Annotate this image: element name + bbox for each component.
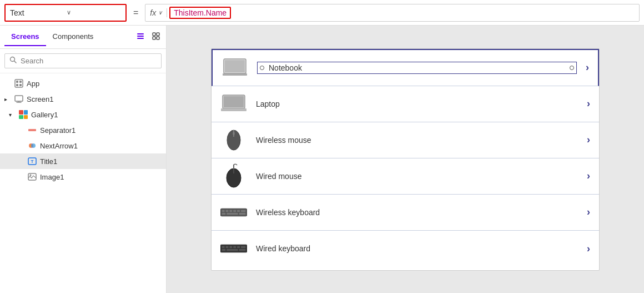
tree-item-app[interactable]: App (0, 76, 166, 91)
svg-rect-55 (239, 249, 245, 251)
svg-rect-4 (157, 33, 159, 36)
svg-rect-1 (137, 36, 144, 37)
svg-rect-12 (16, 84, 18, 86)
tree-item-screen1[interactable]: ▸ Screen1 (0, 91, 166, 107)
canvas-area: Notebook › Laptop › (167, 26, 644, 293)
svg-rect-29 (221, 108, 246, 111)
gallery-item-notebook[interactable]: Notebook › (212, 49, 599, 86)
text-handle-right (570, 66, 574, 70)
svg-line-8 (14, 61, 17, 63)
wired-mouse-chevron[interactable]: › (587, 170, 590, 182)
left-panel: Screens Components (0, 26, 167, 293)
title1-icon: T (27, 156, 38, 167)
tree-item-title1[interactable]: T Title1 (0, 153, 166, 169)
svg-rect-5 (153, 37, 155, 39)
laptop-chevron[interactable]: › (587, 98, 590, 110)
wired-keyboard-image (220, 237, 247, 260)
tree-area: App ▸ Screen1 ▾ (0, 73, 166, 293)
svg-rect-44 (227, 212, 238, 214)
svg-rect-28 (224, 96, 244, 107)
svg-point-19 (31, 143, 36, 148)
svg-text:T: T (31, 159, 34, 164)
tab-components[interactable]: Components (46, 28, 100, 46)
screen1-label: Screen1 (27, 95, 53, 103)
wireless-mouse-chevron[interactable]: › (587, 134, 590, 146)
svg-rect-52 (241, 246, 246, 248)
svg-rect-26 (223, 73, 247, 76)
svg-rect-37 (222, 210, 225, 211)
screen1-icon (13, 93, 24, 105)
notebook-name-selected: Notebook (257, 62, 577, 74)
svg-rect-43 (222, 212, 226, 214)
notebook-name-wrapper: Notebook (257, 62, 577, 74)
gallery-container: Notebook › Laptop › (211, 48, 600, 271)
fx-label: fx ∨ (150, 8, 167, 17)
gallery-item-wired-keyboard[interactable]: Wired keyboard › (212, 231, 599, 267)
title1-label: Title1 (40, 157, 57, 166)
gallery1-icon (18, 109, 29, 120)
gallery-item-laptop[interactable]: Laptop › (212, 86, 599, 122)
svg-rect-49 (229, 246, 232, 248)
tab-icons (135, 31, 162, 44)
svg-rect-50 (233, 246, 236, 248)
svg-point-32 (233, 132, 235, 135)
wired-keyboard-name: Wired keyboard (256, 244, 578, 253)
separator1-icon (27, 125, 38, 136)
screen1-chevron: ▸ (4, 96, 11, 102)
svg-rect-3 (153, 33, 155, 36)
notebook-name-text: Notebook (269, 63, 565, 72)
nextarrow1-label: NextArrow1 (40, 142, 78, 150)
formula-display[interactable]: ThisItem.Name (169, 7, 231, 19)
search-icon (9, 56, 17, 66)
search-input[interactable] (21, 57, 157, 65)
top-bar: Text ∨ = fx ∨ ThisItem.Name (0, 0, 644, 26)
svg-rect-36 (220, 208, 247, 216)
wired-mouse-image (220, 165, 247, 187)
svg-rect-0 (137, 33, 144, 34)
svg-rect-51 (237, 246, 240, 248)
svg-rect-45 (239, 212, 245, 214)
property-label: Text (10, 8, 64, 17)
wireless-mouse-image (220, 129, 247, 151)
image1-icon (27, 171, 38, 182)
gallery-item-wired-mouse[interactable]: Wired mouse › (212, 158, 599, 195)
property-selector[interactable]: Text ∨ (4, 4, 127, 22)
text-selection-box: Notebook (257, 62, 577, 74)
search-wrapper (4, 53, 162, 68)
svg-rect-11 (19, 81, 22, 83)
tree-item-image1[interactable]: Image1 (0, 169, 166, 185)
gallery-item-wireless-mouse[interactable]: Wireless mouse › (212, 122, 599, 158)
tree-item-gallery1[interactable]: ▾ Gallery1 (0, 107, 166, 122)
nextarrow1-icon (27, 140, 38, 151)
svg-rect-17 (28, 129, 36, 131)
tabs-row: Screens Components (0, 26, 166, 49)
svg-rect-14 (15, 96, 23, 101)
laptop-name: Laptop (256, 100, 578, 108)
gallery-item-wireless-keyboard[interactable]: Wireless keyboard › (212, 195, 599, 231)
svg-rect-47 (222, 246, 225, 248)
wireless-mouse-name: Wireless mouse (256, 136, 578, 145)
laptop-image (220, 93, 247, 115)
svg-rect-2 (137, 38, 144, 39)
text-handle-left (260, 66, 264, 70)
gallery1-chevron: ▾ (9, 112, 16, 118)
svg-rect-42 (241, 210, 246, 211)
image1-label: Image1 (40, 173, 64, 181)
svg-rect-13 (19, 84, 22, 86)
svg-rect-6 (157, 37, 159, 39)
fx-chevron[interactable]: ∨ (158, 9, 162, 16)
wireless-keyboard-chevron[interactable]: › (587, 206, 590, 218)
tab-screens[interactable]: Screens (4, 28, 46, 46)
list-view-icon[interactable] (135, 31, 146, 44)
notebook-chevron[interactable]: › (586, 62, 589, 73)
search-row (0, 49, 166, 73)
svg-point-23 (30, 175, 32, 176)
tree-item-separator1[interactable]: Separator1 (0, 122, 166, 138)
wired-keyboard-chevron[interactable]: › (587, 243, 590, 255)
tree-item-nextarrow1[interactable]: NextArrow1 (0, 138, 166, 153)
separator1-label: Separator1 (40, 126, 76, 135)
equals-sign: = (131, 8, 140, 18)
property-chevron[interactable]: ∨ (67, 9, 121, 16)
grid-view-icon[interactable] (150, 31, 162, 44)
svg-rect-48 (225, 246, 228, 248)
